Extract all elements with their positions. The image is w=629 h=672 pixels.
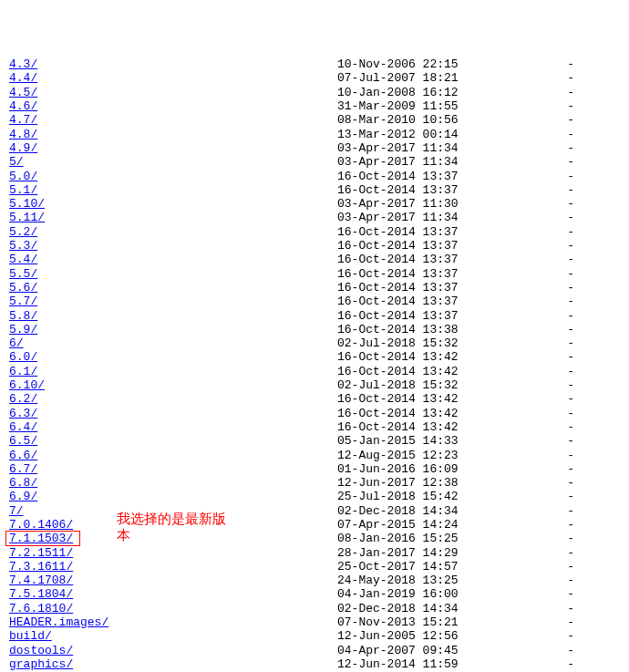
directory-link[interactable]: 5.5/	[9, 267, 37, 281]
list-item: 5.1/16-Oct-2014 13:37-	[9, 183, 620, 197]
directory-link[interactable]: 6.2/	[9, 392, 37, 406]
directory-link[interactable]: 7.2.1511/	[9, 546, 73, 560]
directory-link[interactable]: 7.3.1611/	[9, 560, 73, 574]
date-cell: 02-Jul-2018 15:32	[337, 378, 456, 392]
directory-link[interactable]: 6.9/	[9, 490, 37, 503]
size-cell: -	[456, 449, 574, 462]
name-cell: 5.2/	[9, 225, 337, 239]
directory-link[interactable]: 5.3/	[9, 239, 37, 253]
name-cell: 5.8/	[9, 309, 337, 323]
directory-link[interactable]: 6.4/	[9, 420, 37, 434]
name-cell: 5.5/	[9, 267, 337, 281]
directory-link[interactable]: 7.6.1810/	[9, 602, 73, 615]
size-cell: -	[456, 587, 574, 601]
list-item: 7/02-Dec-2018 14:34-	[9, 504, 620, 518]
list-item: 4.8/13-Mar-2012 00:14-	[9, 128, 620, 141]
directory-link[interactable]: 5.8/	[9, 309, 37, 323]
name-cell: 5.1/	[9, 183, 337, 197]
list-item: HEADER.images/07-Nov-2013 15:21-	[9, 615, 620, 629]
date-cell: 02-Jul-2018 15:32	[337, 336, 456, 350]
directory-link[interactable]: 4.7/	[9, 113, 37, 127]
name-cell: 6.3/	[9, 407, 337, 420]
list-item: 5.0/16-Oct-2014 13:37-	[9, 170, 620, 183]
directory-link[interactable]: 5.2/	[9, 225, 37, 239]
date-cell: 03-Apr-2017 11:30	[337, 197, 456, 211]
size-cell: -	[456, 434, 574, 448]
directory-link[interactable]: 7/	[9, 504, 24, 518]
size-cell: -	[456, 574, 574, 587]
size-cell: -	[456, 378, 574, 392]
directory-link[interactable]: 5.4/	[9, 253, 37, 266]
size-cell: -	[456, 183, 574, 197]
directory-link[interactable]: 5/	[9, 155, 24, 169]
directory-link[interactable]: 6.5/	[9, 434, 37, 448]
list-item: 5.11/03-Apr-2017 11:34-	[9, 211, 620, 224]
directory-link[interactable]: graphics/	[9, 657, 73, 671]
directory-link[interactable]: build/	[9, 629, 52, 643]
date-cell: 01-Jun-2016 16:09	[337, 462, 456, 476]
name-cell: 6/	[9, 336, 337, 350]
directory-link[interactable]: HEADER.images/	[9, 615, 108, 629]
directory-link[interactable]: 6.0/	[9, 350, 37, 364]
directory-link[interactable]: 6.6/	[9, 449, 37, 462]
date-cell: 16-Oct-2014 13:38	[337, 323, 456, 336]
date-cell: 16-Oct-2014 13:42	[337, 365, 456, 378]
directory-link[interactable]: 5.11/	[9, 211, 45, 224]
name-cell: 6.4/	[9, 420, 337, 434]
name-cell: graphics/	[9, 657, 337, 671]
directory-link[interactable]: 6.7/	[9, 462, 37, 476]
list-item: 5.5/16-Oct-2014 13:37-	[9, 267, 620, 281]
directory-link[interactable]: 7.4.1708/	[9, 574, 73, 587]
directory-link[interactable]: 6.3/	[9, 407, 37, 420]
directory-link[interactable]: 6/	[9, 336, 24, 350]
directory-link[interactable]: 5.9/	[9, 323, 37, 336]
directory-link[interactable]: 6.1/	[9, 365, 37, 378]
directory-link[interactable]: 4.5/	[9, 86, 37, 99]
directory-link[interactable]: 5.7/	[9, 295, 37, 308]
directory-link[interactable]: 5.6/	[9, 281, 37, 295]
list-item: 6.3/16-Oct-2014 13:42-	[9, 407, 620, 420]
size-cell: -	[456, 532, 574, 545]
directory-link[interactable]: dostools/	[9, 644, 73, 657]
directory-link[interactable]: 4.9/	[9, 141, 37, 155]
date-cell: 07-Jul-2007 18:21	[337, 71, 456, 85]
directory-link[interactable]: 4.4/	[9, 71, 37, 85]
directory-link[interactable]: 5.1/	[9, 183, 37, 197]
directory-link[interactable]: 7.0.1406/	[9, 518, 73, 532]
directory-link[interactable]: 4.6/	[9, 99, 37, 113]
size-cell: -	[456, 309, 574, 323]
list-item: build/12-Jun-2005 12:56-	[9, 629, 620, 643]
directory-link[interactable]: 4.3/	[9, 57, 37, 71]
directory-link[interactable]: 7.5.1804/	[9, 587, 73, 601]
directory-link[interactable]: 4.8/	[9, 128, 37, 141]
date-cell: 07-Apr-2015 14:24	[337, 518, 456, 532]
list-item: 4.5/10-Jan-2008 16:12-	[9, 86, 620, 99]
name-cell: 4.4/	[9, 71, 337, 85]
list-item: 4.4/07-Jul-2007 18:21-	[9, 71, 620, 85]
list-item: 4.6/31-Mar-2009 11:55-	[9, 99, 620, 113]
date-cell: 02-Dec-2018 14:34	[337, 602, 456, 615]
date-cell: 16-Oct-2014 13:42	[337, 407, 456, 420]
name-cell: 6.10/	[9, 378, 337, 392]
directory-link[interactable]: 6.10/	[9, 378, 45, 392]
size-cell: -	[456, 99, 574, 113]
directory-link[interactable]: 5.0/	[9, 170, 37, 183]
list-item: 5.10/03-Apr-2017 11:30-	[9, 197, 620, 211]
directory-link[interactable]: 5.10/	[9, 197, 45, 211]
date-cell: 28-Jan-2017 14:29	[337, 546, 456, 560]
size-cell: -	[456, 644, 574, 657]
list-item: 6/02-Jul-2018 15:32-	[9, 336, 620, 350]
name-cell: HEADER.images/	[9, 615, 337, 629]
size-cell: -	[456, 657, 574, 671]
name-cell: 5.7/	[9, 295, 337, 308]
name-cell: 7.1.1503/	[9, 532, 337, 545]
date-cell: 16-Oct-2014 13:37	[337, 281, 456, 295]
list-item: 5.6/16-Oct-2014 13:37-	[9, 281, 620, 295]
name-cell: 4.6/	[9, 99, 337, 113]
directory-link[interactable]: 7.1.1503/	[9, 532, 73, 545]
date-cell: 25-Oct-2017 14:57	[337, 560, 456, 574]
size-cell: -	[456, 155, 574, 169]
date-cell: 16-Oct-2014 13:42	[337, 420, 456, 434]
name-cell: 5/	[9, 155, 337, 169]
directory-link[interactable]: 6.8/	[9, 476, 37, 490]
